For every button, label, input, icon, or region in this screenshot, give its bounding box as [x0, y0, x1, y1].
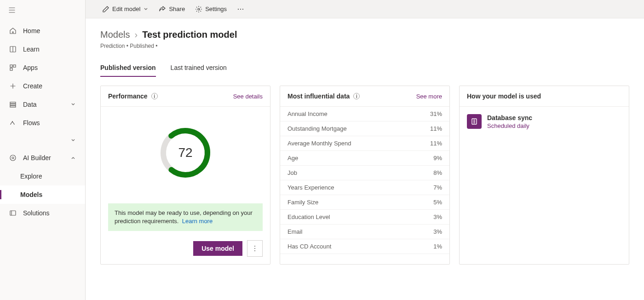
toolbar-overflow-button[interactable] [233, 4, 248, 15]
ai-builder-icon [9, 154, 17, 162]
svg-point-13 [242, 9, 243, 10]
use-model-button[interactable]: Use model [193, 241, 242, 256]
influential-row: Outstanding Mortgage11% [280, 121, 449, 136]
sidebar-item-label: Data [23, 101, 37, 108]
influential-row: Age9% [280, 151, 449, 166]
sidebar-item-label: Explore [20, 173, 42, 180]
performance-card: Performance i See details 72 This model … [100, 86, 270, 265]
sidebar-item-explore[interactable]: Explore [0, 167, 85, 185]
svg-point-18 [254, 250, 255, 251]
sidebar-item-flows[interactable]: Flows [0, 114, 85, 132]
sidebar-item-label: Create [23, 82, 42, 90]
performance-gauge: 72 [158, 125, 213, 180]
sidebar-item-learn[interactable]: Learn [0, 40, 85, 58]
home-icon [9, 27, 17, 35]
tab-published-version[interactable]: Published version [100, 61, 156, 77]
influential-name: Years Experience [288, 184, 334, 191]
svg-point-17 [254, 248, 255, 249]
toolbar: Edit model Share Settings [86, 0, 644, 18]
influential-row: Years Experience7% [280, 180, 449, 195]
share-icon [159, 6, 166, 13]
sidebar-item-label: Apps [23, 64, 38, 71]
sidebar-item-data[interactable]: Data [0, 95, 85, 114]
chevron-down-icon [70, 138, 76, 143]
svg-point-7 [10, 155, 16, 161]
influential-row: Family Size5% [280, 195, 449, 210]
use-model-overflow-button[interactable] [247, 240, 263, 257]
sidebar: Home Learn Apps Create Data Flows [0, 0, 86, 300]
influential-pct: 11% [430, 140, 442, 147]
card-title: Most influential data [288, 92, 350, 100]
influential-row: Annual Income31% [280, 107, 449, 121]
influential-row: Average Monthly Spend11% [280, 136, 449, 151]
influential-pct: 31% [430, 110, 442, 117]
svg-point-10 [198, 8, 200, 10]
flows-icon [9, 119, 17, 127]
influential-row: Email3% [280, 225, 449, 239]
breadcrumb-sep: › [134, 29, 138, 40]
svg-rect-1 [10, 65, 12, 67]
usage-item-title[interactable]: Database sync [487, 114, 532, 121]
svg-rect-3 [10, 68, 12, 70]
settings-button[interactable]: Settings [191, 4, 230, 15]
toolbar-label: Settings [205, 6, 227, 12]
see-more-link[interactable]: See more [416, 93, 442, 100]
database-sync-icon [467, 114, 482, 129]
svg-point-12 [240, 9, 241, 10]
influential-list: Annual Income31%Outstanding Mortgage11%A… [280, 107, 449, 254]
chevron-down-icon [70, 102, 76, 107]
svg-rect-2 [13, 65, 16, 67]
sidebar-item-label: AI Builder [23, 154, 51, 162]
influential-pct: 5% [433, 199, 442, 206]
influential-name: Annual Income [288, 110, 328, 117]
influential-pct: 11% [430, 125, 442, 132]
influential-pct: 8% [433, 169, 442, 176]
influential-row: Education Level3% [280, 210, 449, 225]
sidebar-collapse-row[interactable] [0, 132, 85, 149]
sidebar-item-label: Solutions [23, 209, 50, 217]
svg-point-11 [238, 9, 239, 10]
breadcrumb: Models › Test prediction model [100, 29, 629, 40]
sidebar-item-home[interactable]: Home [0, 22, 85, 40]
sidebar-item-apps[interactable]: Apps [0, 58, 85, 77]
influential-name: Outstanding Mortgage [288, 125, 347, 132]
svg-rect-5 [10, 104, 16, 105]
influential-pct: 9% [433, 155, 442, 162]
sidebar-item-solutions[interactable]: Solutions [0, 204, 85, 222]
sidebar-item-ai-builder[interactable]: AI Builder [0, 149, 85, 167]
sidebar-item-create[interactable]: Create [0, 77, 85, 95]
gear-icon [195, 6, 202, 13]
card-title: How your model is used [467, 92, 541, 100]
usage-card: How your model is used Database sync Sch… [459, 86, 629, 265]
main: Edit model Share Settings Models › Test … [86, 0, 644, 300]
performance-score: 72 [178, 145, 192, 160]
chevron-up-icon [70, 155, 76, 161]
hamburger-icon [8, 6, 16, 14]
influential-name: Family Size [288, 199, 318, 206]
info-icon[interactable]: i [353, 93, 360, 99]
performance-message: This model may be ready to use, dependin… [108, 203, 263, 231]
chevron-down-icon [143, 6, 149, 12]
edit-model-button[interactable]: Edit model [98, 4, 152, 15]
sidebar-item-models[interactable]: Models [0, 185, 85, 204]
more-vertical-icon [251, 245, 259, 252]
breadcrumb-root[interactable]: Models [100, 29, 130, 40]
learn-more-link[interactable]: Learn more [182, 218, 213, 225]
svg-point-16 [254, 246, 255, 247]
sidebar-item-label: Home [23, 27, 40, 35]
hamburger-button[interactable] [0, 0, 85, 22]
sidebar-item-label: Flows [23, 119, 40, 127]
influential-name: Education Level [288, 213, 330, 220]
see-details-link[interactable]: See details [233, 93, 263, 100]
info-icon[interactable]: i [151, 93, 158, 99]
more-horizontal-icon [237, 6, 244, 13]
influential-row: Job8% [280, 166, 449, 180]
model-meta: Prediction • Published • [100, 43, 629, 49]
tab-last-trained-version[interactable]: Last trained version [171, 61, 227, 77]
share-button[interactable]: Share [155, 4, 189, 15]
tabs: Published version Last trained version [100, 61, 629, 77]
book-icon [9, 46, 17, 53]
influential-pct: 1% [433, 243, 442, 250]
plus-icon [9, 82, 17, 90]
influential-name: Email [288, 228, 303, 235]
